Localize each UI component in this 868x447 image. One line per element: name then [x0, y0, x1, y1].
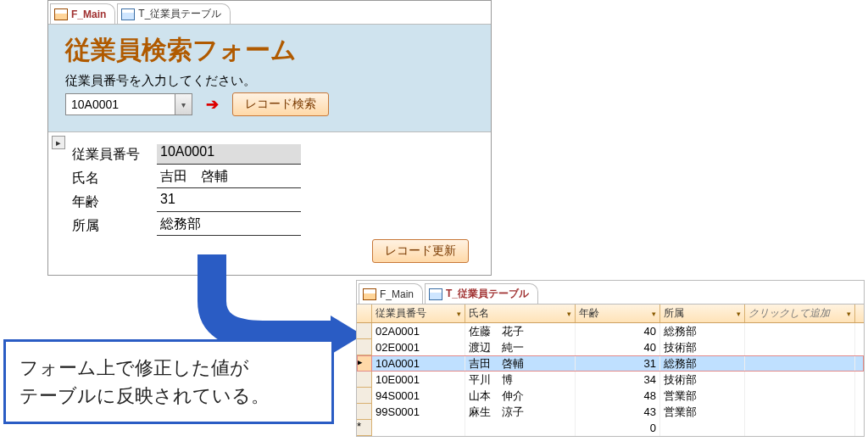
cell-age[interactable]: 34 [576, 372, 660, 388]
tab-t-employee[interactable]: T_従業員テーブル [117, 3, 231, 24]
tab-f-main[interactable]: F_Main [359, 283, 423, 304]
field-age: 年齢 31 [72, 192, 474, 212]
search-button[interactable]: レコード検索 [232, 92, 329, 116]
dept-field[interactable]: 総務部 [157, 215, 301, 236]
cell-dept[interactable] [660, 420, 745, 436]
cell-age[interactable]: 48 [576, 388, 660, 404]
tab-t-employee[interactable]: T_従業員テーブル [425, 283, 538, 304]
cell-dept[interactable]: 営業部 [660, 388, 745, 404]
cell-add[interactable] [745, 404, 855, 420]
cell-dept[interactable]: 総務部 [660, 323, 745, 339]
tab-label: T_従業員テーブル [138, 7, 221, 21]
age-field[interactable]: 31 [157, 192, 301, 212]
form-body: ▸ 従業員番号 10A0001 氏名 吉田 啓輔 年齢 31 所属 総務部 レコ… [48, 131, 491, 275]
chevron-down-icon[interactable]: ▾ [737, 310, 741, 318]
tab-label: F_Main [71, 8, 106, 20]
chevron-down-icon[interactable]: ▾ [567, 310, 571, 318]
cell-dept[interactable]: 技術部 [660, 339, 745, 355]
form-title: 従業員検索フォーム [65, 33, 474, 68]
table-icon [121, 8, 135, 20]
table-icon [429, 288, 442, 300]
row-selector[interactable]: * [357, 420, 372, 436]
col-header-emp-no[interactable]: 従業員番号▾ [372, 305, 465, 322]
table-tabbar: F_Main T_従業員テーブル [357, 281, 864, 305]
chevron-down-icon[interactable]: ▾ [652, 310, 656, 318]
col-header-age[interactable]: 年齢▾ [576, 305, 660, 322]
search-row: 10A0001 ▾ ➔ レコード検索 [65, 92, 474, 116]
cell-name[interactable] [465, 420, 576, 436]
cell-emp-no[interactable]: 10A0001 [372, 355, 465, 372]
field-name: 氏名 吉田 啓輔 [72, 168, 474, 188]
caption-line: フォーム上で修正した値が [19, 354, 318, 382]
table-row[interactable]: 99S0001麻生 涼子43営業部 [357, 404, 864, 420]
update-button[interactable]: レコード更新 [372, 239, 469, 263]
cell-dept[interactable]: 営業部 [660, 404, 745, 420]
cell-age[interactable]: 43 [576, 404, 660, 420]
table-row-new[interactable]: *0 [357, 420, 864, 436]
cell-add[interactable] [745, 372, 855, 388]
arrow-right-icon: ➔ [206, 95, 219, 114]
emp-no-field[interactable]: 10A0001 [157, 144, 301, 165]
cell-emp-no[interactable]: 02A0001 [372, 323, 465, 339]
table-window: F_Main T_従業員テーブル 従業員番号▾ 氏名▾ 年齢▾ 所属▾ クリック… [356, 280, 865, 437]
cell-age[interactable]: 40 [576, 339, 660, 355]
col-header-dept[interactable]: 所属▾ [660, 305, 745, 322]
cell-dept[interactable]: 技術部 [660, 372, 745, 388]
cell-name[interactable]: 麻生 涼子 [465, 404, 576, 420]
table-row[interactable]: 02A0001佐藤 花子40総務部 [357, 323, 864, 339]
chevron-down-icon[interactable]: ▾ [847, 310, 851, 318]
cell-emp-no[interactable]: 10E0001 [372, 372, 465, 388]
chevron-down-icon[interactable]: ▾ [175, 94, 192, 115]
row-selector[interactable] [357, 372, 372, 388]
form-window: F_Main T_従業員テーブル 従業員検索フォーム 従業員番号を入力してくださ… [47, 0, 492, 276]
cell-name[interactable]: 平川 博 [465, 372, 576, 388]
field-dept: 所属 総務部 [72, 215, 474, 236]
table-row[interactable]: 10E0001平川 博34技術部 [357, 372, 864, 388]
row-selector[interactable] [357, 404, 372, 420]
table-row[interactable]: ▸10A0001吉田 啓輔31総務部 [357, 355, 864, 372]
grid-body: 02A0001佐藤 花子40総務部02E0001渡辺 純一40技術部▸10A00… [357, 323, 864, 436]
field-emp-no: 従業員番号 10A0001 [72, 144, 474, 165]
cell-emp-no[interactable]: 02E0001 [372, 339, 465, 355]
emp-no-combo[interactable]: 10A0001 ▾ [65, 93, 192, 115]
table-row[interactable]: 94S0001山本 伸介48営業部 [357, 388, 864, 404]
cell-emp-no[interactable]: 94S0001 [372, 388, 465, 404]
tab-f-main[interactable]: F_Main [50, 3, 115, 24]
name-field[interactable]: 吉田 啓輔 [157, 168, 301, 188]
field-label: 所属 [72, 217, 148, 235]
row-selector[interactable]: ▸ [357, 355, 372, 372]
cell-emp-no[interactable] [372, 420, 465, 436]
chevron-down-icon[interactable]: ▾ [457, 310, 461, 318]
cell-age[interactable]: 31 [576, 355, 660, 372]
field-label: 氏名 [72, 170, 148, 187]
cell-add[interactable] [745, 339, 855, 355]
cell-name[interactable]: 山本 伸介 [465, 388, 576, 404]
cell-dept[interactable]: 総務部 [660, 355, 745, 372]
explanation-caption: フォーム上で修正した値が テーブルに反映されている。 [3, 339, 334, 424]
combo-value: 10A0001 [71, 98, 119, 111]
record-selector-icon[interactable]: ▸ [52, 136, 65, 149]
cell-add[interactable] [745, 323, 855, 339]
row-selector[interactable] [357, 388, 372, 404]
row-selector[interactable] [357, 323, 372, 339]
cell-age[interactable]: 40 [576, 323, 660, 339]
tab-label: T_従業員テーブル [446, 287, 529, 301]
field-label: 年齢 [72, 193, 148, 211]
col-header-add[interactable]: クリックして追加▾ [745, 305, 855, 322]
row-selector[interactable] [357, 339, 372, 355]
cell-emp-no[interactable]: 99S0001 [372, 404, 465, 420]
form-tabbar: F_Main T_従業員テーブル [48, 1, 491, 25]
cell-add[interactable] [745, 355, 855, 372]
col-header-name[interactable]: 氏名▾ [465, 305, 576, 322]
cell-add[interactable] [745, 388, 855, 404]
cell-name[interactable]: 吉田 啓輔 [465, 355, 576, 372]
select-all-handle[interactable] [357, 305, 372, 322]
cell-age[interactable]: 0 [576, 420, 660, 436]
field-label: 従業員番号 [72, 146, 148, 164]
table-row[interactable]: 02E0001渡辺 純一40技術部 [357, 339, 864, 355]
tab-label: F_Main [380, 288, 414, 300]
cell-name[interactable]: 渡辺 純一 [465, 339, 576, 355]
caption-line: テーブルに反映されている。 [19, 382, 318, 410]
cell-name[interactable]: 佐藤 花子 [465, 323, 576, 339]
cell-add[interactable] [745, 420, 855, 436]
